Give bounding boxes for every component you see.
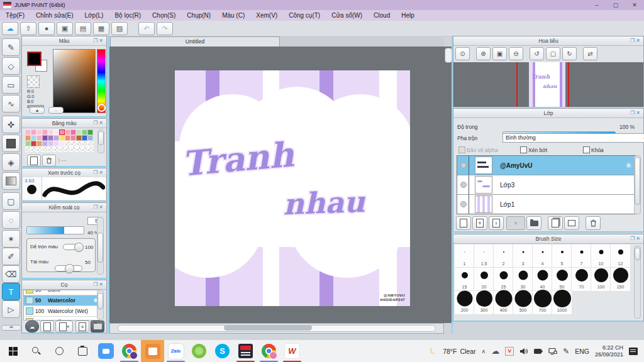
hue-bar[interactable] [97,49,106,113]
layer-delete-button[interactable] [586,216,601,230]
close-icon[interactable]: ✕ [636,236,641,241]
layers-scrollbar[interactable] [634,155,641,214]
layer-duplicate-button[interactable] [548,216,563,230]
brush-size-500[interactable]: 500 [513,291,533,314]
palette-swatch-8[interactable] [70,129,76,135]
canvas-horizontal-scrollbar-thumb[interactable] [224,325,312,331]
brush-size-20[interactable]: 20 [474,268,494,291]
brush-size-3[interactable]: 3 [513,244,533,268]
taskbar-zalo-app[interactable]: Zalo [164,340,187,362]
brush-size-1.5[interactable]: 1.5 [474,244,494,268]
menu-item-5[interactable]: Chụp(N) [181,10,216,21]
taskbar-clock[interactable]: 6:22 CH 26/09/2021 [595,344,623,358]
palette-scrollbar-thumb[interactable] [98,131,104,145]
palette-swatch-15[interactable] [42,135,48,141]
text-tool[interactable]: T [2,283,20,300]
brush-size-700[interactable]: 700 [533,291,552,314]
popout-icon[interactable]: ❐ [93,120,99,126]
rotate-left-button[interactable]: ↺ [530,47,544,60]
toolbar-size-slider-thumb[interactable] [9,326,13,328]
popout-icon[interactable]: ❐ [630,110,636,116]
palette-swatch-12[interactable] [25,135,31,141]
brush-size-25[interactable]: 25 [494,268,513,291]
taskbar-zoom-app[interactable] [94,340,118,362]
palette-swatch-35[interactable] [87,141,93,146]
brush-size-2[interactable]: 2 [494,244,513,268]
action-center-icon[interactable] [629,348,638,355]
zoom-out-button[interactable]: ⊖ [509,47,523,60]
taskbar-game-app[interactable] [234,340,257,362]
palette-swatch-40[interactable] [48,146,53,152]
flip-button[interactable]: ⇄ [583,47,597,60]
maximize-button[interactable]: ▢ [606,0,625,10]
saturation-value-box[interactable] [53,49,96,113]
palette-swatch-33[interactable] [76,141,82,146]
brush-add-menu-button[interactable]: ▾ [55,321,73,332]
lock-checkbox[interactable] [583,146,590,153]
move-tool[interactable]: ✜ [2,116,20,133]
menu-item-8[interactable]: Công cụ(T) [283,10,326,21]
layer-visibility-toggle[interactable] [460,182,467,188]
brush-item-watercolor[interactable]: 50Watercolor✳ [24,295,99,306]
palette-swatch-14[interactable] [36,135,42,141]
brush-list-scrollbar-thumb[interactable] [97,293,103,309]
taskbar-chrome-app[interactable] [118,340,141,362]
palette-swatch-23[interactable] [87,135,93,141]
brush-size-10[interactable]: 10 [591,244,611,268]
palette-swatch-16[interactable] [48,135,53,141]
brush-size-5[interactable]: 5 [552,244,572,268]
menu-item-11[interactable]: Help [396,10,420,21]
close-icon[interactable]: ✕ [99,170,104,175]
cortana-button[interactable] [48,340,71,362]
brush-size-400[interactable]: 400 [494,291,513,314]
layer-add-8bit-button[interactable]: 8 [472,216,487,230]
palette-swatch-1[interactable] [31,129,36,135]
palette-swatch-28[interactable] [48,141,53,146]
gear-icon[interactable]: ✳ [625,161,632,170]
brush-size-50[interactable]: 50 [552,268,572,291]
panel-config-button[interactable]: ▦ [93,22,109,35]
palette-new-button[interactable] [27,155,41,167]
close-icon[interactable]: ✕ [636,110,641,116]
palette-swatch-24[interactable] [25,141,31,146]
volume-icon[interactable] [519,348,528,355]
operation-tool[interactable]: ▷ [2,300,20,318]
palette-swatch-44[interactable] [70,146,76,152]
clipping-checkbox[interactable] [520,146,527,153]
brush-size-40[interactable]: 40 [533,268,552,291]
minimize-button[interactable]: – [587,0,606,10]
palette-swatch-36[interactable] [25,146,31,152]
palette-swatch-3[interactable] [42,129,48,135]
palette-swatch-6[interactable] [59,129,65,135]
brush-size-300[interactable]: 300 [474,291,494,314]
start-button[interactable] [1,340,25,362]
brush-tool[interactable]: ✎ [2,38,20,56]
select-eraser-tool[interactable]: ⌫ [2,265,20,283]
select-pen-tool[interactable]: ✐ [2,248,20,265]
taskbar-coccoc-app[interactable] [187,340,211,362]
eraser-tool[interactable]: ◇ [2,57,20,75]
close-button[interactable]: ✕ [625,0,644,10]
layer-add-1bit-button[interactable]: 1 [489,216,504,230]
layer-visibility-toggle[interactable] [460,162,467,168]
close-icon[interactable]: ✕ [636,38,641,43]
rotate-reset-button[interactable]: ▢ [546,47,560,60]
palette-swatch-37[interactable] [31,146,36,152]
foreground-color-swatch[interactable] [27,52,42,66]
export-button[interactable]: ⇧ [20,22,36,35]
brush-size-70[interactable]: 70 [572,268,591,291]
palette-swatch-25[interactable] [31,141,36,146]
layer-row-1[interactable]: Lớp3 [457,175,636,195]
brush-size-100[interactable]: 100 [591,268,611,291]
close-icon[interactable]: ✕ [99,38,104,43]
brush-folder-button[interactable] [91,321,104,332]
rotate-right-button[interactable]: ↻ [562,47,577,60]
menu-item-6[interactable]: Màu (C) [216,10,250,21]
brush-size-12[interactable]: 12 [611,244,630,268]
eyedropper-button[interactable]: ◆ [30,107,45,114]
brush-size-1000[interactable]: 1000 [552,291,572,314]
palette-swatch-0[interactable] [25,129,31,135]
palette-swatch-29[interactable] [53,141,59,146]
document-button[interactable]: ▤ [75,22,91,35]
palette-swatch-19[interactable] [65,135,70,141]
